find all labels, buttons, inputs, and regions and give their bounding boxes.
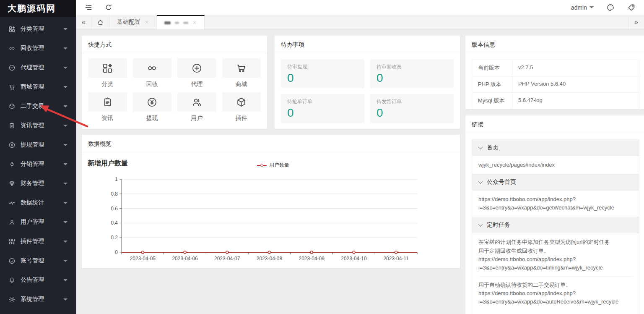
quick-item-news[interactable]: 资讯 — [88, 92, 127, 122]
quick-item-category[interactable]: 分类 — [88, 58, 127, 88]
svg-text:2023-04-06: 2023-04-06 — [172, 256, 198, 262]
link-url[interactable]: i=3&c=entry&a=wxapp&do=getWechat&m=wjyk_… — [478, 204, 633, 212]
svg-text:0: 0 — [115, 249, 118, 255]
user-menu[interactable]: admin — [571, 4, 594, 11]
svg-text:0.2: 0.2 — [111, 235, 118, 241]
sidebar-nav: 分类管理 回收管理 代理管理 商城管理 二手交易 资讯管理 提现管理 分销管理 … — [0, 17, 76, 309]
quick-item-agent[interactable]: 代理 — [177, 58, 216, 88]
content: 快捷方式 分类 回收 代理 商城 资讯 提现 用户 插件 — [76, 30, 644, 314]
link-url[interactable]: i=3&c=entry&a=wxapp&do=autoReceive&m=wjy… — [478, 298, 633, 306]
chevron-down-icon — [63, 67, 68, 69]
chevron-down-icon — [63, 298, 68, 301]
todo-pending-ship-order[interactable]: 待发货订单0 — [370, 94, 454, 123]
grid-icon — [8, 26, 16, 33]
infinity-icon — [8, 45, 16, 52]
chevron-down-icon — [63, 105, 68, 107]
line-chart: 00.20.40.60.812023-04-052023-04-062023-0… — [82, 174, 453, 268]
theme-palette-icon[interactable] — [606, 3, 615, 12]
sidebar-item-mall[interactable]: 商城管理 — [0, 77, 76, 97]
account-icon — [8, 257, 16, 264]
sidebar-item-distribution[interactable]: 分销管理 — [0, 154, 76, 174]
tabs-scroll-right[interactable]: » — [628, 15, 644, 29]
obscured-label — [164, 21, 171, 24]
sidebar-item-plugins[interactable]: 插件管理 — [0, 232, 76, 251]
sidebar-item-system[interactable]: 系统管理 — [0, 290, 76, 309]
quick-item-user[interactable]: 用户 — [177, 92, 216, 122]
users-icon — [191, 97, 203, 108]
username: admin — [571, 4, 587, 11]
chart-legend[interactable]: 用户数量 — [257, 162, 289, 169]
quick-item-plugin[interactable]: 插件 — [222, 92, 261, 122]
right-column: 版本信息 当前版本v2.7.5 PHP 版本PHP Version 5.6.40… — [465, 36, 644, 314]
gem-icon — [8, 180, 16, 187]
quick-item-mall[interactable]: 商城 — [222, 58, 261, 88]
link-url[interactable]: https://demo.ttbobo.com/app/index.php? — [478, 255, 633, 264]
sidebar-item-recycle[interactable]: 回收管理 — [0, 39, 76, 58]
cube-icon — [8, 103, 16, 110]
close-icon[interactable]: ✕ — [192, 20, 197, 26]
link-url[interactable]: https://demo.ttbobo.com/app/index.php? — [478, 289, 633, 298]
link-url[interactable]: https://demo.ttbobo.com/app/index.php? — [478, 195, 633, 204]
todo-pending-recycler[interactable]: 待审回收员0 — [370, 59, 454, 88]
chevron-down-icon — [63, 183, 68, 185]
panel-title: 待办事项 — [275, 36, 460, 53]
quick-item-withdraw[interactable]: 提现 — [133, 92, 172, 122]
sidebar-item-statistics[interactable]: 数据统计 — [0, 193, 76, 212]
panel-title: 快捷方式 — [82, 36, 267, 53]
svg-text:2023-04-07: 2023-04-07 — [214, 256, 240, 262]
chevron-down-icon — [63, 163, 68, 165]
tabs-scroll-left[interactable]: « — [76, 15, 92, 29]
collapse-menu-icon[interactable] — [84, 3, 93, 12]
home-tab[interactable] — [92, 15, 109, 29]
sidebar-item-announcement[interactable]: 公告管理 — [0, 270, 76, 290]
chevron-down-icon — [478, 222, 483, 227]
svg-text:1: 1 — [115, 176, 118, 182]
sidebar-item-finance[interactable]: 财务管理 — [0, 174, 76, 193]
infinity-icon — [146, 63, 158, 74]
link-url[interactable]: wjyk_recycle/pages/index/index — [478, 161, 633, 169]
tab-base-config[interactable]: 基础配置✕ — [109, 15, 157, 29]
sidebar-item-secondhand[interactable]: 二手交易 — [0, 97, 76, 116]
panel-title: 版本信息 — [465, 36, 644, 53]
links-panel: 链接 首页 wjyk_recycle/pages/index/index 公众号… — [465, 115, 644, 314]
plus-circle-icon — [191, 63, 203, 74]
sidebar: 大鹏源码网 分类管理 回收管理 代理管理 商城管理 二手交易 资讯管理 提现管理… — [0, 0, 76, 314]
logo: 大鹏源码网 — [0, 0, 76, 17]
sidebar-item-users[interactable]: 用户管理 — [0, 212, 76, 232]
collapse-header-home[interactable]: 首页 — [472, 140, 639, 156]
panel-title: 链接 — [465, 115, 644, 133]
collapse-header-cron[interactable]: 定时任务 — [472, 217, 639, 233]
svg-text:2023-04-09: 2023-04-09 — [299, 256, 325, 262]
todo-pending-grab-order[interactable]: 待抢单订单0 — [281, 94, 364, 123]
chevron-down-icon — [478, 179, 483, 183]
sidebar-item-agent[interactable]: 代理管理 — [0, 58, 76, 77]
tag-icon[interactable] — [627, 3, 636, 12]
refresh-icon[interactable] — [104, 3, 113, 12]
sidebar-item-news[interactable]: 资讯管理 — [0, 116, 76, 135]
sidebar-item-withdraw[interactable]: 提现管理 — [0, 135, 76, 154]
links-accordion: 首页 wjyk_recycle/pages/index/index 公众号首页 … — [472, 139, 639, 314]
task-form-screenshot: 添加计划任务 任务类型 访问URL * 任务类型包含以下部分:Shell脚本、备… — [478, 310, 633, 314]
collapse-header-mp[interactable]: 公众号首页 — [472, 174, 639, 191]
todo-pending-withdraw[interactable]: 待审提现0 — [281, 59, 364, 88]
panel-title: 数据概览 — [82, 135, 460, 152]
news-icon — [8, 122, 16, 129]
cart-icon — [236, 63, 247, 74]
tab-active-obscured[interactable]: ✕ — [157, 15, 205, 29]
svg-text:2023-04-05: 2023-04-05 — [130, 256, 156, 262]
cart-icon — [8, 84, 16, 91]
data-overview-panel: 数据概览 新增用户数量 用户数量 00.20.40.60.812023-04-0… — [82, 135, 460, 268]
chevron-down-icon — [478, 144, 483, 149]
pulse-icon — [8, 199, 16, 207]
chevron-down-icon — [63, 221, 68, 223]
quick-item-recycle[interactable]: 回收 — [133, 58, 172, 88]
chevron-down-icon — [63, 47, 68, 50]
sidebar-item-category[interactable]: 分类管理 — [0, 19, 76, 39]
svg-text:2023-04-11: 2023-04-11 — [383, 256, 409, 262]
chevron-down-icon — [63, 86, 68, 88]
chevron-down-icon — [63, 144, 68, 146]
link-url[interactable]: i=3&c=entry&a=wxapp&do=timing&m=wjyk_rec… — [478, 264, 633, 272]
sidebar-item-account[interactable]: 账号管理 — [0, 251, 76, 270]
news-icon — [102, 97, 113, 108]
close-icon[interactable]: ✕ — [145, 19, 149, 25]
